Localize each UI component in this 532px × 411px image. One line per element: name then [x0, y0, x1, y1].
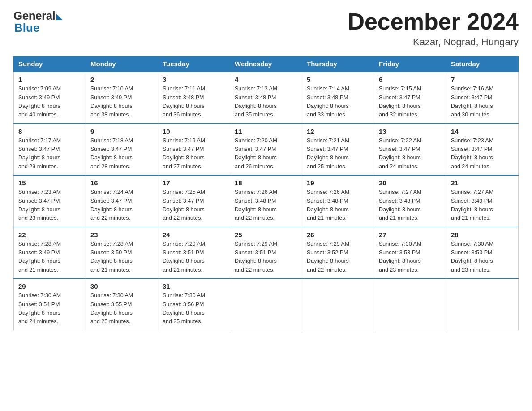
calendar-cell: 9Sunrise: 7:18 AMSunset: 3:47 PMDaylight…	[86, 124, 158, 176]
calendar-cell	[446, 278, 519, 330]
day-info: Sunrise: 7:29 AMSunset: 3:52 PMDaylight:…	[307, 240, 369, 275]
day-info: Sunrise: 7:24 AMSunset: 3:47 PMDaylight:…	[90, 188, 153, 223]
calendar-cell: 24Sunrise: 7:29 AMSunset: 3:51 PMDayligh…	[158, 227, 230, 279]
day-number: 14	[451, 128, 514, 135]
day-number: 11	[235, 128, 297, 135]
calendar-body: 1Sunrise: 7:09 AMSunset: 3:49 PMDaylight…	[14, 72, 519, 330]
weekday-header-row: SundayMondayTuesdayWednesdayThursdayFrid…	[14, 56, 519, 72]
weekday-header-wednesday: Wednesday	[230, 56, 302, 72]
day-info: Sunrise: 7:28 AMSunset: 3:49 PMDaylight:…	[18, 240, 81, 275]
day-info: Sunrise: 7:30 AMSunset: 3:55 PMDaylight:…	[90, 291, 153, 326]
day-info: Sunrise: 7:20 AMSunset: 3:47 PMDaylight:…	[235, 137, 297, 171]
day-number: 17	[163, 179, 225, 187]
calendar-cell: 31Sunrise: 7:30 AMSunset: 3:56 PMDayligh…	[158, 278, 230, 330]
logo-triangle-icon	[56, 14, 63, 20]
day-number: 30	[90, 283, 153, 290]
calendar-cell: 25Sunrise: 7:29 AMSunset: 3:51 PMDayligh…	[230, 227, 302, 279]
day-info: Sunrise: 7:18 AMSunset: 3:47 PMDaylight:…	[90, 137, 153, 171]
day-number: 22	[18, 231, 81, 239]
day-number: 13	[379, 128, 442, 135]
calendar-cell: 26Sunrise: 7:29 AMSunset: 3:52 PMDayligh…	[302, 227, 374, 279]
day-info: Sunrise: 7:17 AMSunset: 3:47 PMDaylight:…	[18, 137, 81, 171]
day-info: Sunrise: 7:30 AMSunset: 3:54 PMDaylight:…	[18, 291, 81, 326]
day-info: Sunrise: 7:29 AMSunset: 3:51 PMDaylight:…	[163, 240, 225, 275]
month-title: December 2024	[348, 9, 519, 34]
day-number: 5	[307, 76, 369, 83]
day-info: Sunrise: 7:14 AMSunset: 3:48 PMDaylight:…	[307, 85, 369, 120]
day-number: 7	[451, 76, 514, 83]
day-number: 16	[90, 179, 153, 187]
calendar-cell	[374, 278, 446, 330]
day-info: Sunrise: 7:23 AMSunset: 3:47 PMDaylight:…	[18, 188, 81, 223]
calendar-cell: 4Sunrise: 7:13 AMSunset: 3:48 PMDaylight…	[230, 72, 302, 124]
calendar-week-row: 8Sunrise: 7:17 AMSunset: 3:47 PMDaylight…	[14, 124, 519, 176]
day-number: 27	[379, 231, 442, 239]
calendar-week-row: 1Sunrise: 7:09 AMSunset: 3:49 PMDaylight…	[14, 72, 519, 124]
calendar-table: SundayMondayTuesdayWednesdayThursdayFrid…	[13, 56, 519, 330]
calendar-cell: 11Sunrise: 7:20 AMSunset: 3:47 PMDayligh…	[230, 124, 302, 176]
day-number: 6	[379, 76, 442, 83]
calendar-cell: 19Sunrise: 7:26 AMSunset: 3:48 PMDayligh…	[302, 175, 374, 227]
day-info: Sunrise: 7:30 AMSunset: 3:56 PMDaylight:…	[163, 291, 225, 326]
calendar-cell: 3Sunrise: 7:11 AMSunset: 3:48 PMDaylight…	[158, 72, 230, 124]
calendar-cell: 15Sunrise: 7:23 AMSunset: 3:47 PMDayligh…	[14, 175, 86, 227]
day-info: Sunrise: 7:25 AMSunset: 3:47 PMDaylight:…	[163, 188, 225, 223]
day-info: Sunrise: 7:19 AMSunset: 3:47 PMDaylight:…	[163, 137, 225, 171]
calendar-cell: 5Sunrise: 7:14 AMSunset: 3:48 PMDaylight…	[302, 72, 374, 124]
calendar-cell: 13Sunrise: 7:22 AMSunset: 3:47 PMDayligh…	[374, 124, 446, 176]
weekday-header-friday: Friday	[374, 56, 446, 72]
day-info: Sunrise: 7:28 AMSunset: 3:50 PMDaylight:…	[90, 240, 153, 275]
day-number: 8	[18, 128, 81, 135]
calendar-cell: 16Sunrise: 7:24 AMSunset: 3:47 PMDayligh…	[86, 175, 158, 227]
calendar-cell: 12Sunrise: 7:21 AMSunset: 3:47 PMDayligh…	[302, 124, 374, 176]
day-info: Sunrise: 7:22 AMSunset: 3:47 PMDaylight:…	[379, 137, 442, 171]
weekday-header-sunday: Sunday	[14, 56, 86, 72]
day-number: 10	[163, 128, 225, 135]
calendar-week-row: 29Sunrise: 7:30 AMSunset: 3:54 PMDayligh…	[14, 278, 519, 330]
day-number: 20	[379, 179, 442, 187]
day-number: 18	[235, 179, 297, 187]
calendar-cell: 6Sunrise: 7:15 AMSunset: 3:47 PMDaylight…	[374, 72, 446, 124]
calendar-cell: 8Sunrise: 7:17 AMSunset: 3:47 PMDaylight…	[14, 124, 86, 176]
day-number: 12	[307, 128, 369, 135]
day-number: 19	[307, 179, 369, 187]
day-number: 3	[163, 76, 225, 83]
day-number: 28	[451, 231, 514, 239]
calendar-cell: 17Sunrise: 7:25 AMSunset: 3:47 PMDayligh…	[158, 175, 230, 227]
day-number: 9	[90, 128, 153, 135]
day-info: Sunrise: 7:27 AMSunset: 3:48 PMDaylight:…	[379, 188, 442, 223]
page-header: General Blue December 2024 Kazar, Nograd…	[13, 9, 519, 48]
day-info: Sunrise: 7:30 AMSunset: 3:53 PMDaylight:…	[451, 240, 514, 275]
weekday-header-thursday: Thursday	[302, 56, 374, 72]
calendar-cell: 30Sunrise: 7:30 AMSunset: 3:55 PMDayligh…	[86, 278, 158, 330]
calendar-cell: 14Sunrise: 7:23 AMSunset: 3:47 PMDayligh…	[446, 124, 519, 176]
calendar-cell	[302, 278, 374, 330]
day-info: Sunrise: 7:09 AMSunset: 3:49 PMDaylight:…	[18, 85, 81, 120]
day-info: Sunrise: 7:23 AMSunset: 3:47 PMDaylight:…	[451, 137, 514, 171]
day-number: 31	[163, 283, 225, 290]
day-info: Sunrise: 7:11 AMSunset: 3:48 PMDaylight:…	[163, 85, 225, 120]
weekday-header-tuesday: Tuesday	[158, 56, 230, 72]
day-info: Sunrise: 7:21 AMSunset: 3:47 PMDaylight:…	[307, 137, 369, 171]
day-number: 21	[451, 179, 514, 187]
calendar-cell: 23Sunrise: 7:28 AMSunset: 3:50 PMDayligh…	[86, 227, 158, 279]
calendar-week-row: 15Sunrise: 7:23 AMSunset: 3:47 PMDayligh…	[14, 175, 519, 227]
day-info: Sunrise: 7:27 AMSunset: 3:49 PMDaylight:…	[451, 188, 514, 223]
logo: General Blue	[13, 9, 63, 35]
day-number: 15	[18, 179, 81, 187]
day-number: 26	[307, 231, 369, 239]
day-info: Sunrise: 7:26 AMSunset: 3:48 PMDaylight:…	[235, 188, 297, 223]
day-info: Sunrise: 7:30 AMSunset: 3:53 PMDaylight:…	[379, 240, 442, 275]
day-number: 1	[18, 76, 81, 83]
calendar-cell: 27Sunrise: 7:30 AMSunset: 3:53 PMDayligh…	[374, 227, 446, 279]
calendar-cell: 10Sunrise: 7:19 AMSunset: 3:47 PMDayligh…	[158, 124, 230, 176]
calendar-cell: 1Sunrise: 7:09 AMSunset: 3:49 PMDaylight…	[14, 72, 86, 124]
day-info: Sunrise: 7:13 AMSunset: 3:48 PMDaylight:…	[235, 85, 297, 120]
day-info: Sunrise: 7:26 AMSunset: 3:48 PMDaylight:…	[307, 188, 369, 223]
weekday-header-monday: Monday	[86, 56, 158, 72]
calendar-cell: 28Sunrise: 7:30 AMSunset: 3:53 PMDayligh…	[446, 227, 519, 279]
location-text: Kazar, Nograd, Hungary	[348, 36, 519, 48]
calendar-week-row: 22Sunrise: 7:28 AMSunset: 3:49 PMDayligh…	[14, 227, 519, 279]
day-info: Sunrise: 7:29 AMSunset: 3:51 PMDaylight:…	[235, 240, 297, 275]
day-info: Sunrise: 7:15 AMSunset: 3:47 PMDaylight:…	[379, 85, 442, 120]
